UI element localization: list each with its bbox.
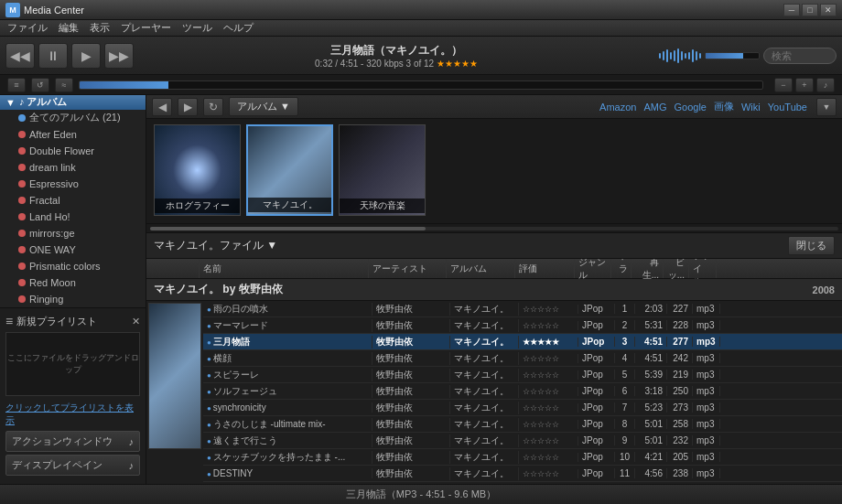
menu-edit[interactable]: 編集 [59,21,79,35]
content-forward-button[interactable]: ▶ [178,98,198,116]
close-panel-button[interactable]: 閉じる [788,236,835,255]
close-button[interactable]: ✕ [820,4,837,16]
menu-tools[interactable]: ツール [182,21,212,35]
album-art-heaven[interactable]: 天球の音楽 [339,124,426,216]
menu-help[interactable]: ヘルプ [223,21,254,35]
play-button[interactable]: ▶ [71,43,101,69]
minimize-button[interactable]: ─ [783,4,800,16]
album-art-label-holography: ホログラフィー [155,198,240,213]
album-scroll-bar[interactable] [150,227,838,231]
track-row[interactable]: ●スケッチブックを持ったまま -... 牧野由依 マキノユイ。 ☆☆☆☆☆ JP… [203,449,842,466]
vol-down-button[interactable]: − [774,78,793,92]
track-filetype: mp3 [693,337,720,347]
track-number: 5 [615,370,635,380]
track-name: ●うさのしじま -ultimate mix- [203,418,372,431]
track-number: 3 [615,337,635,347]
sidebar-item-landho[interactable]: Land Ho! [0,209,146,225]
track-row[interactable]: ●横顔 牧野由依 マキノユイ。 ☆☆☆☆☆ JPop 4 4:51 242 mp… [203,350,842,367]
search-input[interactable] [763,48,837,64]
album-art-holography[interactable]: ホログラフィー [154,124,241,216]
col-header-track[interactable]: トラッ... [611,259,632,278]
track-row[interactable]: ●スピラーレ 牧野由依 マキノユイ。 ☆☆☆☆☆ JPop 5 5:39 219… [203,367,842,383]
sidebar-item-fractal[interactable]: Fractal [0,192,146,209]
progress-bar[interactable] [79,80,763,90]
track-name: ●マーマレード [203,319,372,332]
display-pane-button[interactable]: ディスプレイペイン ♪ [5,455,140,476]
service-youtube[interactable]: YouTube [768,102,807,113]
sidebar-item-all[interactable]: 全てのアルバム (21) [0,110,146,126]
col-header-rating[interactable]: 評価 [515,259,575,278]
service-amazon[interactable]: Amazon [599,102,636,113]
sidebar-item-prismatic[interactable]: Prismatic colors [0,258,146,274]
sidebar-item-espressivo[interactable]: Espressivo [0,176,146,192]
maximize-button[interactable]: □ [802,4,818,16]
col-header-name[interactable]: 名前 [200,259,369,278]
track-album: マキノユイ。 [450,484,519,485]
col-header-genre[interactable]: ジャンル [575,259,611,278]
next-button[interactable]: ▶▶ [104,43,134,69]
track-artist: 牧野由依 [372,418,450,431]
content-refresh-button[interactable]: ↻ [203,98,223,116]
track-bitrate: 227 [667,304,693,314]
sidebar-item-mirrorsge[interactable]: mirrors:ge [0,225,146,241]
track-row[interactable]: ●synchronicity 牧野由依 マキノユイ。 ☆☆☆☆☆ JPop 7 … [203,400,842,416]
track-genre: JPop [578,386,615,396]
menu-player[interactable]: プレーヤー [121,21,171,35]
track-dot-icon: ● [207,338,211,347]
prev-button[interactable]: ◀◀ [5,43,35,69]
col-header-album[interactable]: アルバム [447,259,515,278]
service-amg[interactable]: AMG [643,102,666,113]
volume-control[interactable] [705,52,760,59]
content-back-button[interactable]: ◀ [152,98,172,116]
col-header-bitrate[interactable]: ビッ... [664,259,689,278]
mute-button[interactable]: ♪ [816,78,835,92]
track-row[interactable]: ●私について 牧野由依 マキノユイ。 ☆☆☆☆☆ JPop 12 5:05 23… [203,482,842,484]
track-dot-icon: ● [207,322,211,330]
sidebar-item-oneway[interactable]: ONE WAY [0,241,146,258]
track-rating: ☆☆☆☆☆ [519,453,578,462]
track-row[interactable]: ●遠くまで行こう 牧野由依 マキノユイ。 ☆☆☆☆☆ JPop 9 5:01 2… [203,433,842,449]
track-album: マキノユイ。 [450,451,519,464]
track-row[interactable]: ●マーマレード 牧野由依 マキノユイ。 ☆☆☆☆☆ JPop 2 5:31 22… [203,317,842,334]
track-info-title[interactable]: マキノユイ。ファイル ▼ [154,238,277,253]
show-playlist-link[interactable]: クリックしてプライリストを表示 [5,402,140,427]
menu-view[interactable]: 表示 [90,21,110,35]
shuffle-button[interactable]: ≡ [7,78,26,92]
track-number: 11 [615,468,635,478]
view-options-button[interactable]: ▼ [816,98,837,116]
sidebar-item-redmoon[interactable]: Red Moon [0,274,146,291]
track-bitrate: 242 [667,353,693,363]
breadcrumb-album[interactable]: アルバム ▼ [229,97,298,116]
track-row[interactable]: ●うさのしじま -ultimate mix- 牧野由依 マキノユイ。 ☆☆☆☆☆… [203,416,842,433]
track-number: 8 [615,419,635,429]
action-window-button[interactable]: アクションウィンドウ ♪ [5,431,140,452]
track-row[interactable]: ●DESTINY 牧野由依 マキノユイ。 ☆☆☆☆☆ JPop 11 4:56 … [203,466,842,482]
track-dot-icon: ● [207,437,211,445]
sidebar-expand-icon[interactable]: ▼ [5,97,16,108]
sidebar-item-dream-link[interactable]: dream link [0,159,146,176]
playlist-close-icon[interactable]: ✕ [132,316,140,327]
col-header-artist[interactable]: アーティスト [369,259,447,278]
track-dot-icon: ● [207,355,211,363]
track-album: マキノユイ。 [450,319,519,332]
col-header-filetype[interactable]: ファイル... [689,259,717,278]
repeat-button[interactable]: ↺ [31,78,49,92]
eq-button[interactable]: ≈ [55,78,73,92]
vol-up-button[interactable]: + [795,78,814,92]
service-images[interactable]: 画像 [714,100,734,113]
track-row[interactable]: ●ソルフェージュ 牧野由依 マキノユイ。 ☆☆☆☆☆ JPop 6 3:18 2… [203,383,842,400]
sidebar-item-ringing[interactable]: Ringing [0,291,146,307]
album-art-makinoui[interactable]: マキノユイ。 [246,124,333,216]
playlist-drop-area[interactable]: ここにファイルをドラッグアンドロップ [5,332,140,396]
col-header-time[interactable]: 再生... [632,259,664,278]
track-row[interactable]: ●三月物語 牧野由依 マキノユイ。 ★★★★★ JPop 3 4:51 277 … [203,334,842,350]
stop-button[interactable]: ⏸ [38,43,68,69]
track-time: 5:31 [635,320,667,330]
sidebar-item-double-flower[interactable]: Double Flower [0,143,146,159]
service-wiki[interactable]: Wiki [741,102,761,113]
menu-file[interactable]: ファイル [7,21,48,35]
service-google[interactable]: Google [675,102,707,113]
progress-fill [80,81,168,89]
track-row[interactable]: ●雨の日の噴水 牧野由依 マキノユイ。 ☆☆☆☆☆ JPop 1 2:03 22… [203,301,842,317]
sidebar-item-after-eden[interactable]: After Eden [0,126,146,143]
